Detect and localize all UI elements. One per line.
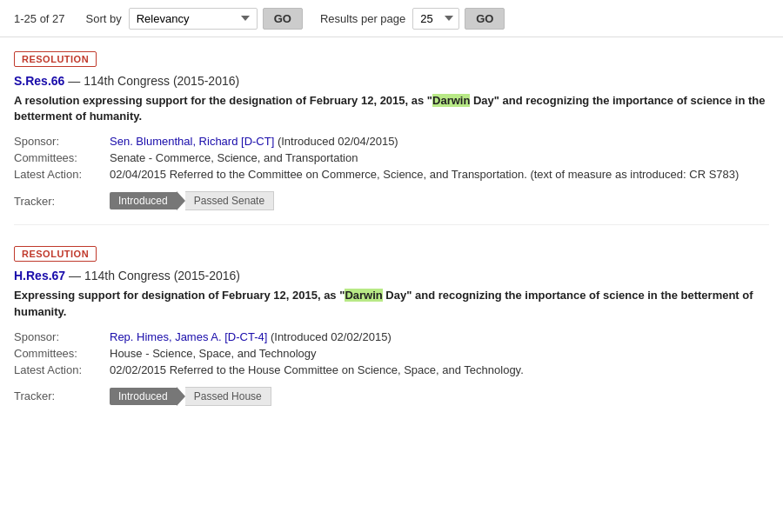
latest-action-row: Latest Action: 02/02/2015 Referred to th… <box>14 362 524 378</box>
result-description: Expressing support for designation of Fe… <box>14 288 769 319</box>
result-item: RESOLUTION H.Res.67 — 114th Congress (20… <box>14 246 769 419</box>
result-title-row: S.Res.66 — 114th Congress (2015-2016) <box>14 74 769 88</box>
sponsor-value: Sen. Blumenthal, Richard [D-CT] (Introdu… <box>110 133 739 150</box>
committees-row: Committees: Senate - Commerce, Science, … <box>14 150 739 166</box>
top-bar: 1-25 of 27 Sort by Relevancy Latest Acti… <box>0 0 783 37</box>
committees-label: Committees: <box>14 345 110 362</box>
badge: RESOLUTION <box>14 51 769 74</box>
tracker-steps: Introduced Passed House <box>110 387 271 406</box>
sponsor-row: Sponsor: Rep. Himes, James A. [D-CT-4] (… <box>14 329 524 345</box>
per-page-select[interactable]: 10 25 50 100 <box>412 8 459 30</box>
result-congress: — 114th Congress (2015-2016) <box>69 269 240 283</box>
latest-action-label: Latest Action: <box>14 362 110 378</box>
result-item: RESOLUTION S.Res.66 — 114th Congress (20… <box>14 51 769 225</box>
sort-go-button[interactable]: GO <box>263 8 303 30</box>
tracker-step-active: Introduced <box>110 388 177 405</box>
sponsor-value: Rep. Himes, James A. [D-CT-4] (Introduce… <box>110 329 524 345</box>
latest-action-value: 02/04/2015 Referred to the Committee on … <box>110 166 739 183</box>
result-title-row: H.Res.67 — 114th Congress (2015-2016) <box>14 269 769 283</box>
badge: RESOLUTION <box>14 246 769 269</box>
sponsor-row: Sponsor: Sen. Blumenthal, Richard [D-CT]… <box>14 133 739 150</box>
tracker-label: Tracker: <box>14 195 110 208</box>
tracker-step-inactive: Passed Senate <box>185 191 274 210</box>
results-per-page-label: Results per page <box>320 12 405 25</box>
tracker-row: Tracker: Introduced Passed House <box>14 387 769 406</box>
result-congress: — 114th Congress (2015-2016) <box>68 74 239 88</box>
latest-action-value: 02/02/2015 Referred to the House Committ… <box>110 362 524 378</box>
description-before: Expressing support for designation of Fe… <box>14 289 345 302</box>
results-count: 1-25 of 27 <box>14 12 65 25</box>
sort-select[interactable]: Relevancy Latest Action Date Date of Int… <box>129 8 258 30</box>
result-title-link[interactable]: H.Res.67 <box>14 269 65 283</box>
committees-value: Senate - Commerce, Science, and Transpor… <box>110 150 739 166</box>
latest-action-row: Latest Action: 02/04/2015 Referred to th… <box>14 166 739 183</box>
sponsor-link[interactable]: Sen. Blumenthal, Richard [D-CT] <box>110 135 274 148</box>
tracker-steps: Introduced Passed Senate <box>110 191 274 210</box>
tracker-row: Tracker: Introduced Passed Senate <box>14 191 769 210</box>
description-before: A resolution expressing support for the … <box>14 94 432 107</box>
sponsor-date: (Introduced 02/04/2015) <box>278 135 398 148</box>
tracker-step-inactive: Passed House <box>185 387 271 406</box>
sort-by-label: Sort by <box>86 12 122 25</box>
committees-row: Committees: House - Science, Space, and … <box>14 345 524 362</box>
committees-value: House - Science, Space, and Technology <box>110 345 524 362</box>
result-title-link[interactable]: S.Res.66 <box>14 74 64 88</box>
highlight-word: Darwin <box>345 289 382 302</box>
result-description: A resolution expressing support for the … <box>14 93 769 124</box>
tracker-arrow-icon <box>177 387 185 406</box>
tracker-label: Tracker: <box>14 389 110 402</box>
per-page-go-button[interactable]: GO <box>465 8 505 30</box>
sponsor-link[interactable]: Rep. Himes, James A. [D-CT-4] <box>110 330 267 343</box>
latest-action-label: Latest Action: <box>14 166 110 183</box>
sponsor-label: Sponsor: <box>14 329 110 345</box>
committees-label: Committees: <box>14 150 110 166</box>
tracker-arrow-icon <box>177 191 185 210</box>
meta-table: Sponsor: Rep. Himes, James A. [D-CT-4] (… <box>14 329 524 378</box>
meta-table: Sponsor: Sen. Blumenthal, Richard [D-CT]… <box>14 133 739 183</box>
highlight-word: Darwin <box>432 94 470 107</box>
sponsor-date: (Introduced 02/02/2015) <box>271 330 392 343</box>
results-area: RESOLUTION S.Res.66 — 114th Congress (20… <box>0 37 783 420</box>
tracker-step-active: Introduced <box>110 192 177 209</box>
sponsor-label: Sponsor: <box>14 133 110 150</box>
